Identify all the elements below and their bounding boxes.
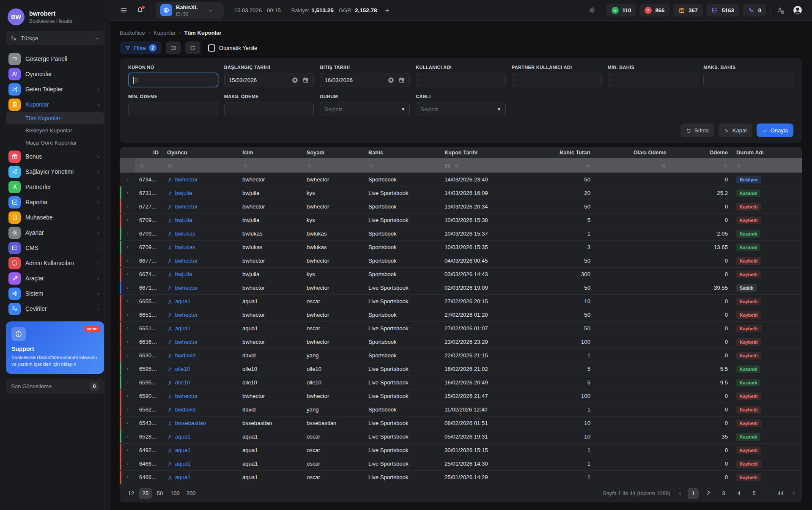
column-filter-8[interactable]	[671, 162, 732, 168]
support-card[interactable]: NEW Support Bookiewise Backoffice kullan…	[6, 321, 104, 374]
expand-row-button[interactable]	[120, 367, 135, 371]
player-link[interactable]: bwjulia	[167, 271, 234, 277]
column-header-0[interactable]: ID	[135, 149, 163, 156]
expand-row-button[interactable]	[120, 340, 135, 344]
page-3-button[interactable]: 3	[718, 488, 729, 499]
sidebar-item-g-sterge-paneli[interactable]: Gösterge Paneli	[6, 51, 104, 66]
expand-row-button[interactable]	[120, 353, 135, 358]
player-link[interactable]: bwhector	[167, 339, 234, 345]
player-link[interactable]: olle10	[167, 379, 234, 386]
account-menu-button[interactable]	[791, 3, 804, 17]
expand-row-button[interactable]	[120, 285, 135, 290]
bi-ti-ş-tari-hi--date-input[interactable]: 16/03/2026	[320, 73, 410, 87]
withdrawals-counter[interactable]: 866	[639, 4, 669, 16]
column-filter-5[interactable]	[440, 162, 550, 169]
prev-page-button[interactable]	[677, 490, 683, 496]
expand-row-button[interactable]	[120, 448, 135, 452]
player-link[interactable]: aqua1	[167, 461, 234, 467]
breadcrumb-backoffice[interactable]: Backoffice	[120, 30, 145, 36]
add-button[interactable]	[382, 5, 392, 15]
expand-row-button[interactable]	[120, 177, 135, 182]
sidebar-item-sistem[interactable]: Sistem	[6, 286, 104, 301]
player-link[interactable]: bwjulia	[167, 190, 234, 196]
player-link[interactable]: bwhector	[167, 176, 234, 183]
player-link[interactable]: bwsebastian	[167, 420, 234, 426]
page-size-200[interactable]: 200	[184, 488, 198, 499]
column-filter-2[interactable]	[238, 162, 302, 168]
player-link[interactable]: aqua1	[167, 325, 234, 332]
sidebar-subitem-bekleyen-kuponlar[interactable]: Bekleyen Kuponlar	[6, 124, 104, 137]
column-filter-7[interactable]	[595, 162, 671, 168]
column-filter-0[interactable]	[135, 162, 163, 168]
breadcrumb-kuponlar[interactable]: Kuponlar	[154, 30, 176, 36]
column-filter-9[interactable]	[732, 162, 802, 168]
maks-bahi-s-input[interactable]	[703, 73, 793, 87]
page-44-button[interactable]: 44	[775, 488, 786, 499]
player-link[interactable]: bwhector	[167, 393, 234, 399]
player-link[interactable]: bwlukas	[167, 230, 234, 237]
sidebar-item-oyuncular[interactable]: Oyuncular	[6, 66, 104, 82]
player-link[interactable]: bwhector	[167, 258, 234, 264]
page-4-button[interactable]: 4	[733, 488, 744, 499]
mi-n-ödeme-input[interactable]	[128, 102, 218, 116]
player-link[interactable]: bwlukas	[167, 244, 234, 250]
sidebar-item-gelen-talepler[interactable]: Gelen Talepler	[6, 82, 104, 97]
refresh-button[interactable]	[185, 41, 200, 54]
clear-icon[interactable]	[291, 77, 299, 84]
player-link[interactable]: bwhector	[167, 203, 234, 210]
page-size-100[interactable]: 100	[168, 488, 182, 499]
calendar-icon[interactable]	[302, 77, 309, 83]
column-header-7[interactable]: Olası Ödeme	[595, 149, 671, 156]
column-filter-6[interactable]	[550, 162, 595, 168]
menu-toggle-button[interactable]	[118, 5, 129, 16]
player-link[interactable]: olle10	[167, 366, 234, 372]
sidebar-item-admin-kullan-c-lar-[interactable]: Admin Kullanıcıları	[6, 255, 104, 271]
column-header-1[interactable]: Oyuncu	[163, 149, 238, 156]
maks-bahi-s-input-field[interactable]	[708, 77, 789, 83]
expand-row-button[interactable]	[120, 394, 135, 398]
column-header-9[interactable]: Durum Adı	[732, 149, 802, 156]
sidebar-item-partnerler[interactable]: Partnerler	[6, 179, 104, 195]
canli-select[interactable]: Seçiniz...▼	[416, 102, 506, 116]
expand-row-button[interactable]	[120, 313, 135, 317]
calendar-icon[interactable]	[444, 162, 450, 169]
expand-row-button[interactable]	[120, 191, 135, 195]
player-link[interactable]: bwdavid	[167, 352, 234, 359]
columns-button[interactable]	[166, 41, 181, 54]
player-link[interactable]: aqua1	[167, 433, 234, 440]
sidebar-item-ara-lar[interactable]: Araçlar	[6, 271, 104, 286]
expand-row-button[interactable]	[120, 421, 135, 425]
column-header-3[interactable]: Soyadı	[302, 149, 364, 156]
expand-row-button[interactable]	[120, 272, 135, 277]
player-link[interactable]: aqua1	[167, 474, 234, 480]
player-link[interactable]: bwdavid	[167, 406, 234, 413]
column-header-4[interactable]: Bahis	[364, 149, 440, 156]
expand-row-button[interactable]	[120, 258, 135, 263]
maks-ödeme-input-field[interactable]	[229, 106, 310, 112]
notifications-button[interactable]	[134, 5, 145, 16]
bonuses-counter[interactable]: 367	[673, 4, 703, 16]
player-link[interactable]: bwhector	[167, 285, 234, 291]
expand-row-button[interactable]	[120, 434, 135, 439]
auto-refresh-checkbox[interactable]	[208, 44, 215, 52]
column-header-2[interactable]: İsim	[238, 149, 302, 156]
next-page-button[interactable]	[790, 490, 797, 496]
user-profile[interactable]: BW bwrobert Bookiewise Hesabı	[6, 8, 104, 25]
column-filter-1[interactable]	[163, 162, 238, 168]
page-size-12[interactable]: 12	[125, 488, 137, 499]
sidebar-item-bonus[interactable]: Bonus	[6, 149, 104, 164]
expand-row-button[interactable]	[120, 204, 135, 209]
online-users-button[interactable]	[775, 5, 787, 16]
page-5-button[interactable]: 5	[749, 488, 760, 499]
deposits-counter[interactable]: 110	[606, 4, 636, 16]
reset-filters-button[interactable]: Sıfırla	[680, 123, 714, 137]
sidebar-item-raporlar[interactable]: Raporlar	[6, 195, 104, 210]
expand-row-button[interactable]	[120, 218, 135, 222]
brand-selector[interactable]: BahisXL ID: 50	[156, 2, 224, 19]
last-update-row[interactable]: Son Güncelleme 0	[6, 379, 104, 394]
başlangiç-tari-hi--date-input[interactable]: 15/03/2026	[224, 73, 314, 87]
partner-kullanici-adi-input-field[interactable]	[516, 77, 597, 83]
filter-toggle-button[interactable]: Filtre 2	[120, 41, 162, 54]
sidebar-item-muhasebe[interactable]: Muhasebe	[6, 210, 104, 225]
sidebar-item-cms[interactable]: CMS	[6, 240, 104, 255]
